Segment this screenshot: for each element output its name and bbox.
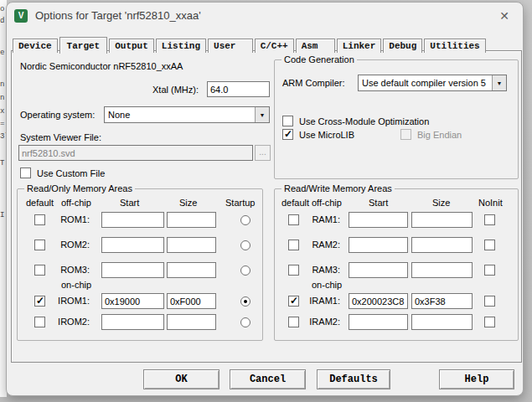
tab-target[interactable]: Target: [59, 37, 108, 54]
iram1-size-input[interactable]: [411, 293, 473, 309]
tab-linker[interactable]: Linker: [337, 39, 382, 53]
col-header-noinit: NoInit: [478, 198, 503, 208]
ram1-noinit-checkbox[interactable]: [484, 214, 495, 225]
iram1-start-input[interactable]: [349, 293, 408, 309]
read-write-memory-group: Read/Write Memory Areas default off-chip…: [274, 188, 519, 341]
iram1-noinit-checkbox[interactable]: [484, 296, 495, 307]
rom3-start-input[interactable]: [101, 262, 164, 278]
col-header-default: default: [281, 198, 309, 208]
target-tab-page: Nordic Semiconductor nRF52810_xxAA Xtal …: [11, 50, 522, 363]
iram2-noinit-checkbox[interactable]: [484, 317, 495, 327]
irom2-size-input[interactable]: [167, 314, 216, 330]
ram1-size-input[interactable]: [411, 212, 473, 228]
rom2-startup-radio[interactable]: [240, 240, 251, 250]
irom1-startup-radio[interactable]: [240, 296, 251, 307]
ram3-label: RAM3:: [295, 265, 340, 275]
rom2-row: ROM2:: [18, 237, 262, 255]
col-header-size: Size: [432, 198, 450, 208]
irom1-size-input[interactable]: [167, 293, 216, 309]
rom3-startup-radio[interactable]: [240, 265, 251, 276]
rom2-size-input[interactable]: [167, 237, 216, 253]
ram2-row: RAM2:: [275, 237, 518, 255]
operating-system-value: None: [105, 110, 255, 120]
col-header-default: default: [26, 198, 54, 208]
titlebar[interactable]: V Options for Target 'nrf52810_xxaa' ✕: [7, 3, 523, 28]
col-header-start: Start: [120, 198, 139, 208]
chevron-down-icon[interactable]: [255, 107, 269, 122]
backdrop-text: e: [0, 49, 4, 57]
rom2-start-input[interactable]: [101, 237, 164, 253]
backdrop-text: n: [0, 80, 4, 89]
operating-system-label: Operating system:: [20, 110, 95, 120]
code-generation-group: Code Generation ARM Compiler: Use defaul…: [274, 59, 519, 179]
col-header-start: Start: [369, 198, 388, 208]
tab-listing[interactable]: Listing: [156, 39, 206, 53]
backdrop-text: d: [0, 17, 4, 25]
iram2-row: IRAM2:: [275, 314, 518, 332]
ram3-size-input[interactable]: [411, 262, 473, 278]
system-viewer-file-input: [18, 145, 253, 161]
ram2-noinit-checkbox[interactable]: [484, 240, 495, 250]
col-header-offchip: off-chip: [61, 198, 91, 208]
help-button[interactable]: Help: [439, 369, 514, 389]
arm-compiler-value: Use default compiler version 5: [359, 78, 492, 88]
rom1-start-input[interactable]: [101, 212, 164, 228]
arm-compiler-label: ARM Compiler:: [282, 78, 345, 88]
backdrop-text: x: [0, 107, 4, 116]
iram2-size-input[interactable]: [411, 314, 473, 330]
irom2-startup-radio[interactable]: [240, 317, 251, 327]
ok-button[interactable]: OK: [143, 369, 220, 389]
tab-asm[interactable]: Asm: [296, 39, 335, 53]
code-generation-title: Code Generation: [281, 54, 357, 64]
tab-user[interactable]: User: [208, 39, 253, 53]
read-only-memory-group: Read/Only Memory Areas default off-chip …: [17, 188, 263, 341]
defaults-button[interactable]: Defaults: [317, 369, 390, 389]
tab-utilities[interactable]: Utilities: [424, 39, 485, 53]
backdrop-text: T: [0, 159, 4, 168]
chevron-down-icon[interactable]: [492, 75, 506, 90]
irom1-start-input[interactable]: [101, 293, 164, 309]
ram1-label: RAM1:: [295, 214, 340, 224]
cross-module-checkbox[interactable]: [282, 116, 293, 126]
backdrop-text: I: [0, 211, 4, 219]
rom1-size-input[interactable]: [167, 212, 216, 228]
irom2-start-input[interactable]: [101, 314, 164, 330]
ram2-label: RAM2:: [295, 240, 340, 250]
iram2-label: IRAM2:: [295, 317, 340, 327]
tab-debug[interactable]: Debug: [383, 39, 422, 53]
tab-ccpp[interactable]: C/C++: [255, 39, 294, 53]
browse-button: ...: [255, 145, 271, 161]
ram1-row: RAM1:: [275, 212, 518, 230]
ram3-start-input[interactable]: [349, 262, 408, 278]
device-name-label: Nordic Semiconductor nRF52810_xxAA: [20, 61, 183, 71]
dialog-title: Options for Target 'nrf52810_xxaa': [35, 9, 201, 22]
rom3-size-input[interactable]: [167, 262, 216, 278]
use-custom-file-checkbox[interactable]: [20, 168, 31, 178]
iram2-start-input[interactable]: [349, 314, 408, 330]
tab-device[interactable]: Device: [13, 39, 58, 53]
read-write-memory-title: Read/Write Memory Areas: [281, 183, 395, 193]
close-icon[interactable]: ✕: [497, 8, 512, 23]
operating-system-select[interactable]: None: [104, 106, 270, 123]
tab-output[interactable]: Output: [109, 39, 154, 53]
use-custom-file-label: Use Custom File: [37, 168, 105, 178]
onchip-label: on-chip: [61, 280, 91, 290]
xtal-label: Xtal (MHz):: [152, 85, 199, 95]
microlib-checkbox[interactable]: [282, 129, 293, 140]
col-header-startup: Startup: [225, 198, 255, 208]
irom1-row: IROM1:: [18, 293, 262, 312]
col-header-size: Size: [179, 198, 197, 208]
xtal-input[interactable]: [207, 81, 270, 97]
ram2-size-input[interactable]: [411, 237, 473, 253]
cancel-button[interactable]: Cancel: [230, 369, 306, 389]
onchip-label: on-chip: [312, 280, 342, 290]
rom2-label: ROM2:: [43, 240, 90, 250]
backdrop-text: o: [0, 5, 4, 13]
ram3-noinit-checkbox[interactable]: [484, 265, 495, 276]
rom1-startup-radio[interactable]: [240, 215, 251, 225]
ram1-start-input[interactable]: [349, 212, 408, 228]
microlib-label: Use MicroLIB: [299, 130, 354, 140]
arm-compiler-select[interactable]: Use default compiler version 5: [358, 75, 507, 91]
cross-module-label: Use Cross-Module Optimization: [299, 116, 429, 126]
ram2-start-input[interactable]: [349, 237, 408, 253]
